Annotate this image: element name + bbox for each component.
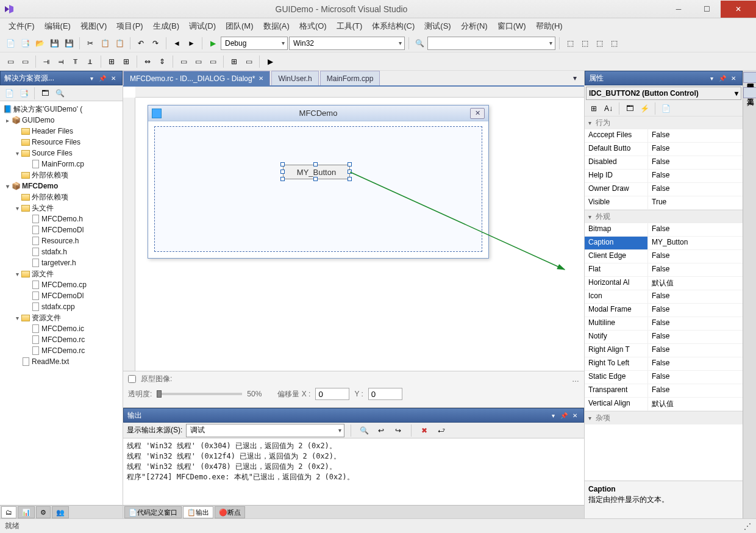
layout-icon-1[interactable]: ▭ xyxy=(4,55,17,68)
prop-category[interactable]: ▾杂项 xyxy=(585,411,743,424)
property-row[interactable]: Vertical Align默认值 xyxy=(585,398,743,411)
maximize-button[interactable]: ☐ xyxy=(693,1,721,18)
test-dialog-icon[interactable]: ▶ xyxy=(263,55,277,68)
document-tab[interactable]: MainForm.cpp xyxy=(320,71,380,85)
tab-overflow-icon[interactable]: ▾ xyxy=(567,71,583,85)
menu-item[interactable]: 体系结构(C) xyxy=(367,19,419,34)
output-close-icon[interactable]: ✕ xyxy=(570,410,580,420)
output-clear-icon[interactable]: ✖ xyxy=(418,424,431,437)
undo-icon[interactable]: ↶ xyxy=(134,37,148,50)
property-row[interactable]: CaptionMY_Button xyxy=(585,237,743,250)
tree-item[interactable]: MFCDemo.cp xyxy=(0,279,123,290)
property-value[interactable]: 默认值 xyxy=(648,398,743,410)
output-wrap-icon[interactable]: ⮐ xyxy=(435,424,448,437)
property-value[interactable]: False xyxy=(648,290,743,303)
bottom-tab[interactable]: 📄 代码定义窗口 xyxy=(124,506,182,518)
tree-item[interactable]: stdafx.h xyxy=(0,246,123,257)
expand-icon[interactable]: ▾ xyxy=(13,271,21,277)
add-item-icon[interactable]: 📑 xyxy=(18,37,32,50)
property-row[interactable]: Horizontal Al默认值 xyxy=(585,277,743,290)
properties-icon[interactable]: 🗔 xyxy=(38,87,52,100)
property-value[interactable]: False xyxy=(648,357,743,370)
config-combo[interactable]: Debug xyxy=(221,37,288,50)
tree-item[interactable]: ▾📦MFCDemo xyxy=(0,181,123,191)
copy-icon[interactable]: 📋 xyxy=(98,37,112,50)
category-expand-icon[interactable]: ▾ xyxy=(588,415,596,421)
offset-x-input[interactable] xyxy=(315,388,349,400)
property-row[interactable]: NotifyFalse xyxy=(585,331,743,344)
opacity-slider[interactable] xyxy=(157,393,242,395)
expand-icon[interactable]: ▾ xyxy=(13,205,21,212)
property-row[interactable]: Help IDFalse xyxy=(585,170,743,183)
property-row[interactable]: DisabledFalse xyxy=(585,156,743,170)
same-size-icon[interactable]: ▭ xyxy=(206,55,219,68)
tb-icon-4[interactable]: ⬚ xyxy=(607,37,621,50)
property-value[interactable]: False xyxy=(648,250,743,263)
prop-object-selector[interactable]: IDC_BUTTON2 (Button Control)▾ xyxy=(586,87,741,100)
tree-item[interactable]: MFCDemo.ic xyxy=(0,323,123,334)
dialog-client-area[interactable]: MY_Button xyxy=(154,126,482,252)
tree-item[interactable]: ▾资源文件 xyxy=(0,312,123,323)
tree-item[interactable]: Resource.h xyxy=(0,235,123,246)
tree-item[interactable]: Resource Files xyxy=(0,137,123,148)
prop-close-icon[interactable]: ✕ xyxy=(729,73,738,83)
menu-item[interactable]: 数据(A) xyxy=(259,19,294,34)
menu-item[interactable]: 编辑(E) xyxy=(40,19,76,34)
close-button[interactable]: ✕ xyxy=(721,1,756,18)
space-h-icon[interactable]: ⇔ xyxy=(141,55,154,68)
property-value[interactable]: False xyxy=(648,156,743,169)
output-source-combo[interactable]: 调试 xyxy=(186,424,344,437)
save-all-icon[interactable]: 💾 xyxy=(62,37,76,50)
offset-y-input[interactable] xyxy=(368,388,402,400)
menu-item[interactable]: 格式(O) xyxy=(294,19,332,34)
tree-item[interactable]: targetver.h xyxy=(0,257,123,268)
property-value[interactable]: False xyxy=(648,344,743,357)
property-value[interactable]: MY_Button xyxy=(648,237,743,249)
team-tab[interactable]: 👥 xyxy=(52,506,69,518)
property-row[interactable]: Client EdgeFalse xyxy=(585,250,743,263)
menu-item[interactable]: 团队(M) xyxy=(221,19,259,34)
menu-item[interactable]: 生成(B) xyxy=(148,19,184,34)
property-row[interactable]: Right To LeftFalse xyxy=(585,357,743,371)
category-expand-icon[interactable]: ▾ xyxy=(588,213,596,220)
panel-close-icon[interactable]: ✕ xyxy=(109,73,118,83)
property-value[interactable]: False xyxy=(648,263,743,276)
tree-item[interactable]: Header Files xyxy=(0,126,123,137)
space-v-icon[interactable]: ⇕ xyxy=(155,55,169,68)
toolbox-tab[interactable]: 工具箱 xyxy=(743,87,756,98)
align-bottom-icon[interactable]: ⫫ xyxy=(84,55,97,68)
property-row[interactable]: IconFalse xyxy=(585,290,743,304)
tree-item[interactable]: 外部依赖项 xyxy=(0,170,123,181)
property-value[interactable]: False xyxy=(648,317,743,330)
tree-item[interactable]: MFCDemoDl xyxy=(0,290,123,301)
dialog-close-icon[interactable]: ✕ xyxy=(470,108,485,119)
tb-icon-3[interactable]: ⬚ xyxy=(593,37,606,50)
tree-item[interactable]: ▸📦GUIDemo xyxy=(0,115,123,126)
tree-item[interactable]: stdafx.cpp xyxy=(0,301,123,312)
paste-icon[interactable]: 📋 xyxy=(113,37,126,50)
category-expand-icon[interactable]: ▾ xyxy=(588,120,596,126)
property-value[interactable]: False xyxy=(648,143,743,156)
panel-pin-icon[interactable]: 📌 xyxy=(98,73,107,83)
output-pin-icon[interactable]: 📌 xyxy=(559,410,569,420)
menu-item[interactable]: 测试(S) xyxy=(419,19,455,34)
tab-close-icon[interactable]: ✕ xyxy=(259,75,263,82)
prop-events-icon[interactable]: ⚡ xyxy=(638,102,651,115)
prop-categorized-icon[interactable]: ⊞ xyxy=(587,102,601,115)
tb-icon-2[interactable]: ⬚ xyxy=(578,37,591,50)
property-row[interactable]: FlatFalse xyxy=(585,263,743,277)
menu-item[interactable]: 工具(T) xyxy=(332,19,368,34)
panel-dropdown-icon[interactable]: ▾ xyxy=(87,73,96,83)
menu-item[interactable]: 文件(F) xyxy=(4,19,40,34)
server-explorer-tab[interactable]: 服务器资源管理器 xyxy=(743,72,756,83)
property-grid[interactable]: ▾行为Acccept FilesFalseDefault ButtoFalseD… xyxy=(585,116,743,481)
property-row[interactable]: MultilineFalse xyxy=(585,317,743,331)
new-project-icon[interactable]: 📄 xyxy=(4,37,17,50)
tree-item[interactable]: ▾Source Files xyxy=(0,148,123,159)
show-all-icon[interactable]: 🔍 xyxy=(53,87,66,100)
tree-item[interactable]: 外部依赖项 xyxy=(0,191,123,202)
solution-tb-icon-1[interactable]: 📄 xyxy=(2,87,16,100)
grid-icon[interactable]: ⊞ xyxy=(227,55,241,68)
guides-icon[interactable]: ▭ xyxy=(242,55,255,68)
tree-item[interactable]: MFCDemo.rc xyxy=(0,334,123,345)
